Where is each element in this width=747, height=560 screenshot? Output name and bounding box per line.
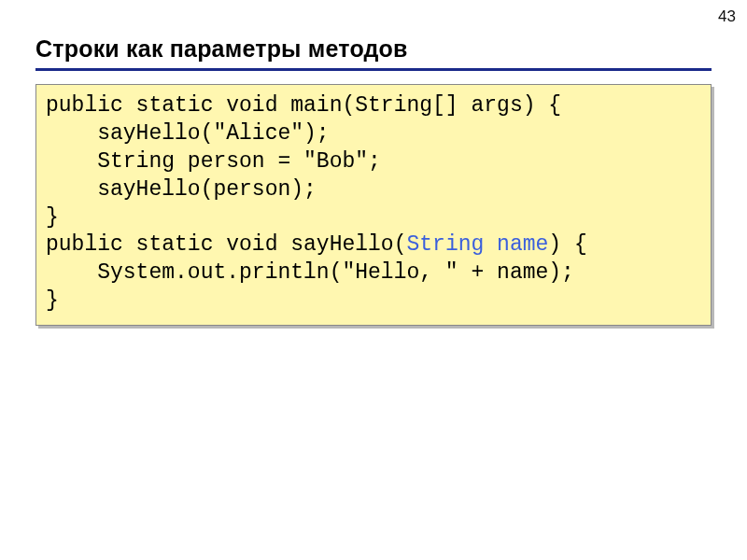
code-param: String name [406,232,548,257]
code-line: String person = "Bob"; [46,149,381,174]
code-line: } [46,205,59,230]
code-line: } [46,288,59,313]
code-line: public static void main(String[] args) { [46,93,561,118]
code-line: public static void sayHello( [46,232,406,257]
slide-container: 43 Строки как параметры методов public s… [0,0,747,354]
page-number: 43 [718,7,736,26]
code-line: ) { [548,232,586,257]
code-line: sayHello(person); [46,177,317,202]
title-rule [35,68,712,71]
slide-title: Строки как параметры методов [35,35,712,63]
code-block: public static void main(String[] args) {… [35,84,712,326]
code-line: sayHello("Alice"); [46,121,330,146]
code-line: System.out.println("Hello, " + name); [46,260,574,285]
